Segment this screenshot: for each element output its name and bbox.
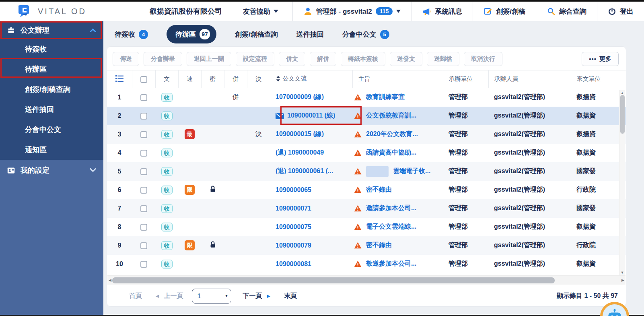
help-menu[interactable]: 友善協助 — [243, 7, 278, 16]
doc-number-link[interactable]: (退) 1090000061 (... — [276, 167, 333, 176]
handling-unit: 管理部 — [449, 242, 468, 248]
row-checkbox[interactable] — [140, 150, 147, 157]
subject-link[interactable]: 密不錄由 — [366, 241, 392, 250]
table-row[interactable]: 10收1090000081敬邀參加本公司...管理部gssvital2(管理部)… — [107, 255, 626, 273]
subject-link[interactable]: 雲端電子收... — [393, 167, 430, 176]
row-checkbox[interactable] — [140, 224, 147, 231]
handling-person: gssvital2(管理部) — [494, 242, 545, 248]
doc-number-link[interactable]: 1090000081 — [276, 260, 311, 268]
toolbar-button[interactable]: 轉紙本簽核 — [341, 52, 385, 66]
toolbar-button[interactable]: 傳送 — [113, 52, 139, 66]
horizontal-scrollbar[interactable]: ◀ ▶ — [107, 275, 625, 285]
sidebar-item-selected[interactable]: 待辦區 — [0, 59, 103, 79]
sidebar-item-link[interactable]: 分會中公文 — [0, 120, 103, 140]
toolbar-button[interactable]: 送歸檔 — [427, 52, 459, 66]
tab-item[interactable]: 送件抽回 — [296, 30, 324, 39]
subject-link[interactable]: 函請貴高中協助... — [366, 149, 416, 157]
sidebar-item-link[interactable]: 創簽/創稿查詢 — [0, 79, 103, 99]
doc-number-link[interactable]: 1090000079 — [276, 242, 311, 249]
toolbar-button[interactable]: 解併 — [310, 52, 336, 66]
doc-type-badge: 收 — [161, 167, 173, 176]
toolbar-button[interactable]: 退回上一關 — [187, 52, 231, 66]
row-checkbox[interactable] — [140, 205, 147, 212]
vertical-scrollbar-thumb[interactable] — [620, 95, 625, 134]
toolbar-button[interactable]: 併文 — [279, 52, 305, 66]
sidebar-group-header[interactable]: 公文辦理 — [0, 21, 103, 39]
doc-number-link[interactable]: 1070000009 (線) — [276, 93, 324, 101]
doc-number-link[interactable]: 1090000071 — [276, 205, 311, 212]
scroll-left-arrow-icon[interactable]: ◀ — [109, 278, 111, 283]
from-unit: 行政院 — [576, 186, 596, 193]
toolbar-button[interactable]: 分會辦畢 — [144, 52, 182, 66]
row-checkbox[interactable] — [140, 242, 147, 249]
row-checkbox[interactable] — [140, 168, 147, 175]
doc-number-link[interactable]: 1090000075 — [276, 223, 311, 231]
subject-link[interactable]: 公文係統教育訓... — [366, 112, 416, 120]
column-header: 速 — [178, 70, 201, 88]
prev-page-button[interactable]: 上一頁 — [164, 292, 183, 300]
toolbar-button[interactable]: 設定流程 — [236, 52, 274, 66]
table-row[interactable]: 6收限1090000065密不錄由管理部gssvital2(管理部)行政院 — [107, 181, 626, 199]
scroll-down-arrow-icon[interactable]: ▼ — [621, 270, 624, 275]
handling-person: gssvital2(管理部) — [494, 130, 545, 137]
user-label: 管理部 - gssvital2 — [316, 7, 372, 16]
tab-item[interactable]: 待簽收4 — [115, 30, 148, 39]
warning-icon — [354, 242, 362, 249]
table-row[interactable]: 8收1090000075電子公文雲端線...管理部gssvital2(管理部)叡… — [107, 218, 626, 236]
tab-label: 送件抽回 — [296, 30, 324, 39]
next-page-button[interactable]: 下一頁 — [243, 292, 262, 300]
nav-system-messages[interactable]: 系統訊息 — [412, 2, 473, 21]
subject-link[interactable]: 密不錄由 — [366, 186, 392, 194]
sidebar-item-link[interactable]: 送件抽回 — [0, 99, 103, 120]
tab-item[interactable]: 創簽/創稿查詢 — [235, 30, 278, 39]
speed-badge: 限 — [185, 240, 195, 250]
subject-link[interactable]: 電子公文雲端線... — [366, 223, 416, 231]
sidebar-item-label: 送件抽回 — [25, 105, 54, 114]
toolbar-button[interactable]: 送發文 — [390, 52, 422, 66]
doc-number-link[interactable]: 1090000015 (線) — [276, 130, 324, 138]
row-checkbox[interactable] — [140, 187, 147, 194]
caret-down-icon — [396, 10, 401, 13]
sidebar: 公文辦理 待簽收待辦區創簽/創稿查詢送件抽回分會中公文通知區 我的設定 — [0, 21, 103, 316]
sidebar-item-link[interactable]: 通知區 — [0, 140, 103, 160]
tab-item[interactable]: 分會中公文5 — [342, 30, 389, 39]
subject-link[interactable]: 邀請參加本公司... — [366, 204, 416, 213]
horizontal-scrollbar-thumb[interactable] — [112, 277, 555, 283]
from-unit: 國家發 — [576, 204, 596, 211]
table-row[interactable]: 9收限1090000079密不錄由管理部gssvital2(管理部)行政院 — [107, 236, 626, 255]
vertical-scrollbar[interactable]: ▲ ▼ — [619, 90, 625, 275]
subject-link[interactable]: 教育訓練事宜 — [366, 93, 405, 101]
table-row[interactable]: 7收1090000071邀請參加本公司...管理部gssvital2(管理部)國… — [107, 199, 626, 218]
doc-number-link[interactable]: (退) 1090000049 — [276, 149, 324, 157]
row-checkbox[interactable] — [140, 113, 147, 120]
row-checkbox[interactable] — [140, 94, 147, 101]
table-row[interactable]: 2收1090000011 (線)公文係統教育訓...管理部gssvital2(管… — [107, 107, 626, 125]
more-button[interactable]: •••更多 — [582, 52, 619, 66]
subject-link[interactable]: 2020年公文教育... — [366, 130, 418, 138]
doc-number-link[interactable]: 1090000011 (線) — [287, 112, 335, 120]
logout-button[interactable]: 登出 — [597, 2, 644, 21]
user-menu[interactable]: 管理部 - gssvital2 115 — [293, 2, 411, 21]
subject-link[interactable]: 敬邀參加本公司... — [366, 260, 416, 268]
select-all-checkbox[interactable] — [140, 76, 147, 83]
table-row[interactable]: 5收(退) 1090000061 (...雲端電子收...管理部gssvital… — [107, 162, 626, 181]
table-row[interactable]: 4收(退) 1090000049函請貴高中協助...管理部gssvital2(管… — [107, 144, 626, 162]
nav-create-draft[interactable]: 創簽/創稿 — [473, 2, 536, 21]
sidebar-item-link[interactable]: 待簽收 — [0, 39, 103, 59]
table-row[interactable]: 3收最決1090000015 (線)2020年公文教育...管理部gssvita… — [107, 125, 626, 144]
table-body: 1收併1070000009 (線)教育訓練事宜管理部gssvital2(管理部)… — [107, 88, 626, 273]
megaphone-icon — [422, 7, 431, 16]
last-page-button[interactable]: 末頁 — [284, 292, 297, 300]
tab-active[interactable]: 待辦區97 — [167, 25, 216, 43]
table-row[interactable]: 1收併1070000009 (線)教育訓練事宜管理部gssvital2(管理部)… — [107, 88, 626, 107]
doc-number-link[interactable]: 1090000065 — [276, 186, 311, 194]
row-checkbox[interactable] — [140, 261, 147, 268]
page-select[interactable]: 1 — [192, 289, 231, 304]
row-checkbox[interactable] — [140, 131, 147, 138]
sidebar-item-my-settings[interactable]: 我的設定 — [0, 160, 103, 181]
first-page-button[interactable]: 首頁 — [129, 292, 142, 300]
nav-global-search[interactable]: 綜合查詢 — [536, 2, 597, 21]
toolbar-button[interactable]: 取消決行 — [464, 52, 502, 66]
scroll-right-arrow-icon[interactable]: ▶ — [621, 278, 624, 283]
column-header[interactable]: 公文文號 — [270, 70, 352, 88]
